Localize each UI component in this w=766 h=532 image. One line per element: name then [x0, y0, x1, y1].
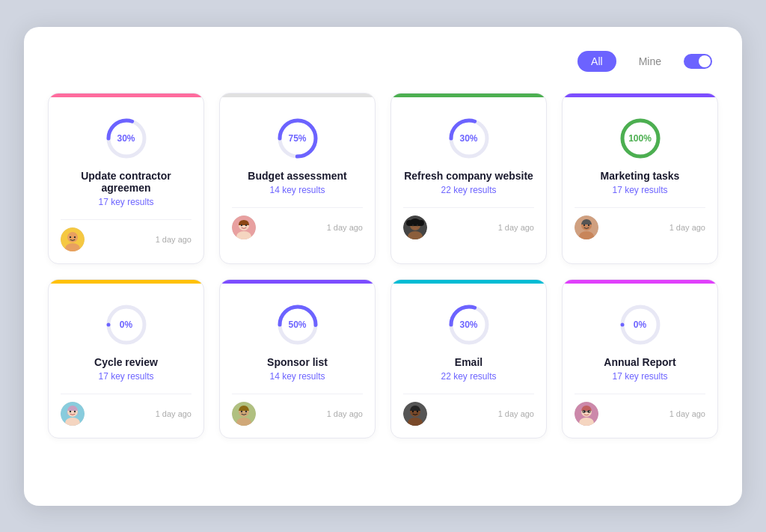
card-title: Refresh company website	[403, 170, 534, 182]
card-footer: 1 day ago	[61, 219, 192, 251]
time-ago: 1 day ago	[327, 223, 363, 232]
card-progress: 50%	[232, 302, 363, 347]
avatar	[403, 402, 427, 426]
avatar	[61, 402, 85, 426]
card-footer: 1 day ago	[574, 207, 705, 239]
avatar	[574, 215, 598, 239]
card-key-results[interactable]: 14 key results	[232, 371, 363, 382]
time-ago: 1 day ago	[498, 223, 534, 232]
svg-point-24	[412, 224, 414, 225]
progress-text: 0%	[634, 319, 646, 330]
card-progress: 100%	[574, 116, 705, 161]
card-top-bar	[220, 280, 375, 284]
progress-circle: 30%	[104, 116, 149, 161]
card-card-3[interactable]: 30% Refresh company website 22 key resul…	[390, 93, 547, 264]
card-top-bar	[563, 94, 717, 97]
time-ago: 1 day ago	[156, 235, 192, 244]
progress-text: 30%	[117, 133, 135, 144]
card-title: Email	[403, 356, 534, 368]
card-progress: 0%	[574, 302, 705, 347]
header-controls: All Mine	[577, 51, 718, 72]
card-progress: 30%	[403, 302, 534, 347]
svg-point-23	[418, 220, 424, 226]
progress-text: 75%	[288, 133, 306, 144]
card-top-bar	[391, 280, 546, 284]
card-card-1[interactable]: 30% Update contractor agreemen 17 key re…	[48, 93, 204, 264]
card-footer: 1 day ago	[403, 207, 534, 239]
card-footer: 1 day ago	[232, 207, 363, 239]
avatar	[61, 227, 85, 251]
card-key-results[interactable]: 17 key results	[61, 371, 192, 382]
filter-all-button[interactable]: All	[577, 51, 616, 72]
svg-point-14	[241, 224, 242, 225]
svg-point-40	[70, 410, 71, 412]
card-card-8[interactable]: 0% Annual Report 17 key results 1 day ag…	[562, 279, 718, 438]
progress-text: 100%	[628, 133, 652, 144]
svg-point-32	[583, 224, 585, 225]
svg-point-57	[417, 410, 418, 412]
avatar	[403, 215, 427, 239]
card-card-6[interactable]: 50% Sponsor list 14 key results 1 day ag…	[219, 279, 376, 438]
progress-circle: 0%	[618, 302, 663, 347]
card-footer: 1 day ago	[574, 394, 705, 426]
card-progress: 30%	[403, 116, 534, 161]
time-ago: 1 day ago	[670, 223, 705, 232]
svg-point-56	[412, 410, 414, 412]
card-progress: 30%	[61, 116, 192, 161]
progress-circle: 50%	[275, 302, 320, 347]
card-progress: 0%	[61, 302, 192, 347]
toggle-switch-icon	[684, 54, 712, 69]
progress-circle: 75%	[275, 116, 320, 161]
card-key-results[interactable]: 22 key results	[403, 371, 534, 382]
progress-text: 0%	[120, 319, 132, 330]
progress-text: 30%	[459, 133, 477, 144]
svg-point-41	[74, 410, 76, 412]
card-title: Budget assessment	[232, 170, 363, 182]
avatar	[232, 215, 256, 239]
svg-point-22	[406, 220, 412, 226]
time-ago: 1 day ago	[498, 409, 534, 418]
card-footer: 1 day ago	[403, 394, 534, 426]
avatar	[574, 402, 598, 426]
card-footer: 1 day ago	[232, 394, 363, 426]
card-key-results[interactable]: 14 key results	[232, 185, 363, 195]
card-title: Marketing tasks	[574, 170, 705, 182]
card-card-5[interactable]: 0% Cycle review 17 key results 1 day ago	[48, 279, 204, 438]
progress-text: 50%	[288, 319, 306, 330]
time-ago: 1 day ago	[327, 409, 363, 418]
card-title: Sponsor list	[232, 356, 363, 368]
card-title: Cycle review	[61, 356, 192, 368]
card-card-7[interactable]: 30% Email 22 key results 1 day ago	[390, 279, 547, 438]
card-card-4[interactable]: 100% Marketing tasks 17 key results 1 da…	[562, 93, 718, 264]
avatar	[232, 402, 256, 426]
card-title: Annual Report	[574, 356, 705, 368]
svg-point-49	[245, 410, 247, 412]
card-key-results[interactable]: 22 key results	[403, 185, 534, 195]
card-title: Update contractor agreemen	[61, 170, 192, 194]
card-key-results[interactable]: 17 key results	[61, 197, 192, 207]
time-ago: 1 day ago	[670, 409, 705, 418]
progress-circle: 30%	[447, 302, 491, 347]
progress-text: 30%	[459, 319, 477, 330]
svg-point-25	[417, 224, 418, 225]
card-top-bar	[563, 280, 717, 284]
svg-point-15	[245, 224, 247, 225]
card-key-results[interactable]: 17 key results	[574, 371, 705, 382]
card-top-bar	[220, 94, 375, 97]
svg-point-48	[241, 410, 242, 412]
progress-circle: 30%	[447, 116, 491, 161]
svg-point-33	[588, 224, 589, 225]
show-archived-toggle[interactable]	[684, 54, 718, 69]
card-top-bar	[391, 94, 546, 97]
card-key-results[interactable]: 17 key results	[574, 185, 705, 195]
card-top-bar	[49, 94, 203, 97]
cards-grid: 30% Update contractor agreemen 17 key re…	[48, 93, 718, 438]
main-container: All Mine 30% Update contractor agreemen …	[24, 27, 742, 506]
progress-circle: 0%	[104, 302, 149, 347]
progress-circle: 100%	[618, 116, 663, 161]
filter-mine-button[interactable]: Mine	[625, 51, 675, 72]
card-footer: 1 day ago	[61, 394, 192, 426]
header: All Mine	[48, 51, 718, 72]
card-card-2[interactable]: 75% Budget assessment 14 key results 1 d…	[219, 93, 376, 264]
svg-point-7	[74, 236, 76, 237]
